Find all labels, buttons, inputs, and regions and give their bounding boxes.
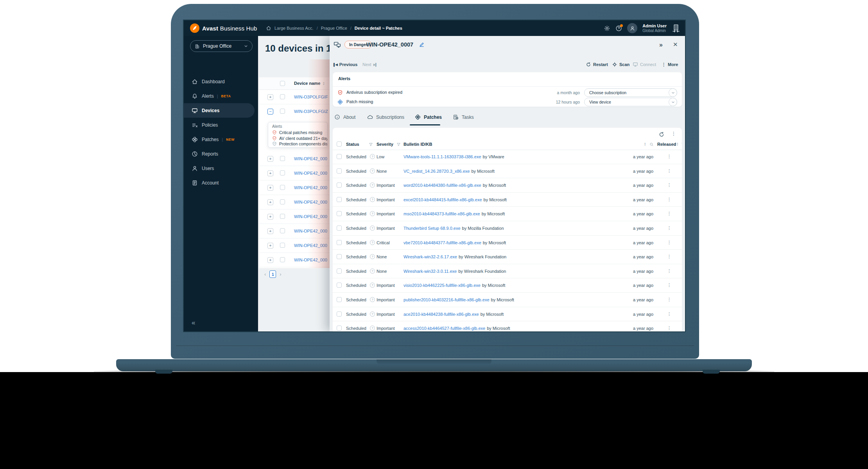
bulletin-link[interactable]: Thunderbird Setup 68.9.0.exe	[404, 226, 461, 231]
next-page-button[interactable]: ›	[280, 271, 281, 277]
row-expander-icon[interactable]: +	[267, 214, 273, 220]
row-checkbox[interactable]	[337, 226, 342, 231]
patch-row[interactable]: Scheduled ? Important visio2010-kb446222…	[333, 278, 682, 293]
row-expander-icon[interactable]: −	[267, 109, 273, 115]
row-kebab-icon[interactable]: ⋮	[667, 326, 671, 331]
row-kebab-icon[interactable]: ⋮	[667, 226, 671, 231]
bulletin-link[interactable]: VC_redist_14.26.28720.3_x86.exe	[404, 169, 470, 174]
breadcrumb-item[interactable]: Prague Office	[321, 26, 347, 30]
bulletin-link[interactable]: VMware-tools-11.1.1-16303738-i386.exe	[404, 154, 481, 159]
row-kebab-icon[interactable]: ⋮	[667, 269, 671, 274]
bulletin-link[interactable]: word2010-kb4484380-fullfile-x86-glb.exe	[404, 183, 481, 188]
row-expander-icon[interactable]: +	[267, 94, 273, 100]
avatar[interactable]	[627, 23, 637, 33]
patch-row[interactable]: Scheduled ? Important ace2010-kb4484238-…	[333, 307, 682, 322]
sidebar-item-devices[interactable]: Devices	[184, 103, 255, 118]
tab-about[interactable]: About	[334, 114, 355, 120]
alert-action-dropdown[interactable]: View device	[584, 98, 677, 106]
row-checkbox[interactable]	[337, 240, 342, 245]
bulletin-link[interactable]: excel2010-kb4484415-fullfile-x86-glb.exe	[404, 197, 482, 202]
row-checkbox[interactable]	[280, 170, 285, 175]
breadcrumb-item[interactable]: Large Business Acc.	[274, 26, 314, 30]
row-expander-icon[interactable]: +	[267, 228, 273, 234]
row-checkbox[interactable]	[337, 283, 342, 288]
patch-row[interactable]: Scheduled ? Low VMware-tools-11.1.1-1630…	[333, 150, 682, 164]
row-checkbox[interactable]	[337, 154, 342, 159]
row-kebab-icon[interactable]: ⋮	[667, 254, 671, 259]
row-kebab-icon[interactable]: ⋮	[667, 297, 671, 302]
bulletin-link[interactable]: visio2010-kb4462225-fullfile-x86-glb.exe	[404, 283, 481, 288]
search-icon[interactable]	[649, 142, 654, 147]
bulletin-link[interactable]: ace2010-kb4484238-fullfile-x86-glb.exe	[404, 312, 479, 317]
row-checkbox[interactable]	[337, 297, 342, 302]
gear-icon[interactable]	[604, 25, 610, 32]
patch-row[interactable]: Scheduled ? None Wireshark-win32-2.6.17.…	[333, 250, 682, 264]
row-kebab-icon[interactable]: ⋮	[667, 168, 671, 174]
sidebar-item-alerts[interactable]: Alerts|BETA	[184, 89, 255, 103]
patch-row[interactable]: Scheduled ? Important access2010-kb44645…	[333, 321, 682, 331]
close-icon[interactable]: ✕	[673, 41, 678, 48]
collapse-sidebar-icon[interactable]: «	[192, 319, 195, 327]
patch-row[interactable]: Scheduled ? Important excel2010-kb448441…	[333, 193, 682, 207]
page-number-button[interactable]: 1	[269, 270, 276, 278]
row-checkbox[interactable]	[280, 109, 285, 114]
column-severity[interactable]: Severity	[377, 142, 393, 147]
row-expander-icon[interactable]: +	[267, 257, 273, 263]
previous-device-button[interactable]: ▌◀Previous	[334, 60, 357, 69]
patch-row[interactable]: Scheduled ? None VC_redist_14.26.28720.3…	[333, 164, 682, 179]
patch-row[interactable]: Scheduled ? Important Thunderbird Setup …	[333, 221, 682, 236]
refresh-icon[interactable]	[658, 131, 665, 138]
row-kebab-icon[interactable]: ⋮	[667, 283, 671, 288]
filter-icon[interactable]	[369, 142, 373, 147]
sidebar-item-users[interactable]: Users	[184, 161, 255, 175]
edit-name-icon[interactable]	[419, 41, 425, 47]
row-kebab-icon[interactable]: ⋮	[667, 311, 671, 317]
patch-row[interactable]: Scheduled ? None Wireshark-win32-3.0.11.…	[333, 264, 682, 279]
scan-button[interactable]: Scan	[612, 60, 629, 69]
filter-icon[interactable]	[681, 142, 682, 147]
row-checkbox[interactable]	[280, 228, 285, 233]
tab-subscriptions[interactable]: Subscriptions	[367, 114, 404, 120]
row-checkbox[interactable]	[337, 211, 342, 216]
connect-button[interactable]: Connect	[633, 60, 656, 69]
row-kebab-icon[interactable]: ⋮	[667, 154, 671, 159]
row-kebab-icon[interactable]: ⋮	[667, 211, 671, 216]
row-checkbox[interactable]	[280, 94, 285, 99]
row-expander-icon[interactable]: +	[267, 185, 273, 191]
user-info[interactable]: Admin User Global Admin	[642, 23, 667, 33]
row-checkbox[interactable]	[337, 197, 342, 202]
row-kebab-icon[interactable]: ⋮	[667, 183, 671, 188]
row-kebab-icon[interactable]: ⋮	[667, 197, 671, 202]
bulletin-link[interactable]: access2010-kb4464527-fullfile-x86-glb.ex…	[404, 326, 485, 331]
column-released[interactable]: Released	[657, 142, 676, 147]
tab-tasks[interactable]: Tasks	[453, 114, 474, 120]
row-checkbox[interactable]	[280, 199, 285, 204]
row-expander-icon[interactable]: +	[267, 156, 273, 162]
brand-logo[interactable]: Avast Business Hub	[190, 23, 257, 33]
row-expander-icon[interactable]: +	[267, 199, 273, 205]
filter-icon[interactable]	[396, 142, 401, 147]
help-button[interactable]	[615, 25, 622, 32]
bulletin-link[interactable]: Wireshark-win32-3.0.11.exe	[404, 269, 457, 274]
row-checkbox[interactable]	[337, 254, 342, 259]
row-checkbox[interactable]	[337, 311, 342, 317]
next-device-button[interactable]: Next▶▌	[362, 60, 377, 69]
bulletin-link[interactable]: vbe72010-kb4484377-fullfile-x86-glb.exe	[404, 240, 481, 245]
row-checkbox[interactable]	[280, 243, 285, 248]
patch-row[interactable]: Scheduled ? Important word2010-kb4484380…	[333, 178, 682, 193]
row-checkbox[interactable]	[280, 214, 285, 219]
row-expander-icon[interactable]: +	[267, 170, 273, 176]
sidebar-item-reports[interactable]: Reports	[184, 147, 255, 161]
more-button[interactable]: ⋮More	[662, 60, 678, 69]
row-checkbox[interactable]	[337, 168, 342, 174]
sidebar-item-account[interactable]: Account	[184, 175, 255, 190]
row-checkbox[interactable]	[280, 156, 285, 161]
prev-page-button[interactable]: ‹	[264, 271, 266, 277]
sidebar-item-dashboard[interactable]: Dashboard	[184, 74, 255, 89]
patch-row[interactable]: Scheduled ? Critical vbe72010-kb4484377-…	[333, 236, 682, 250]
sort-icon[interactable]: ▲▼	[644, 142, 646, 147]
row-expander-icon[interactable]: +	[267, 243, 273, 249]
tab-patches[interactable]: Patches	[415, 114, 442, 120]
column-status[interactable]: Status	[346, 142, 359, 147]
row-checkbox[interactable]	[337, 269, 342, 274]
